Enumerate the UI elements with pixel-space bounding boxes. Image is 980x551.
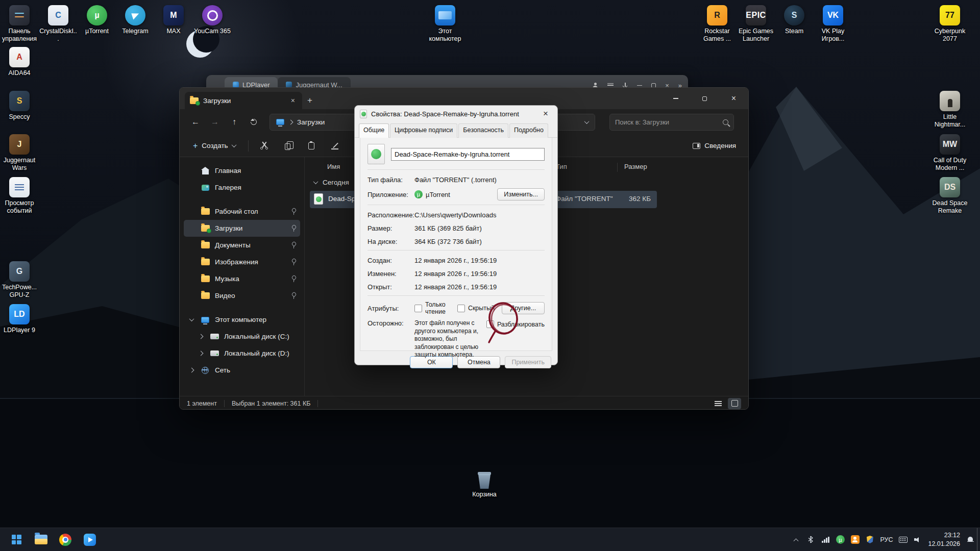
expand-chevron-icon[interactable] — [189, 368, 194, 373]
search-input[interactable] — [615, 118, 723, 126]
minimize-icon[interactable] — [637, 85, 642, 86]
column-header-name[interactable]: Имя — [327, 163, 340, 170]
sidebar-item-home[interactable]: Главная — [184, 162, 300, 179]
taskbar-explorer-button[interactable] — [31, 530, 51, 550]
back-button[interactable]: ← — [187, 114, 204, 130]
up-button[interactable]: ↑ — [226, 114, 243, 130]
network-tray-icon[interactable] — [821, 532, 830, 547]
tab-details[interactable]: Подробно — [509, 123, 548, 138]
search-icon — [723, 119, 728, 125]
taskbar-chrome-button[interactable] — [55, 530, 76, 550]
sidebar-item-network[interactable]: Сеть — [184, 362, 300, 379]
notification-center-button[interactable] — [966, 532, 975, 547]
desktop-icon-vk-play[interactable]: VK VK Play Игров... — [814, 5, 852, 43]
forward-button[interactable]: → — [206, 114, 224, 130]
sidebar-item-music[interactable]: Музыка — [184, 270, 300, 287]
bluetooth-tray-icon[interactable] — [806, 532, 815, 547]
network-icon — [202, 367, 209, 374]
desktop-icon-this-pc[interactable]: Этот компьютер — [426, 5, 464, 43]
sidebar-item-videos[interactable]: Видео — [184, 287, 300, 304]
touch-keyboard-button[interactable] — [898, 532, 908, 547]
unblock-checkbox[interactable] — [486, 320, 494, 328]
paste-button[interactable] — [302, 137, 321, 155]
search-box[interactable] — [609, 114, 734, 131]
sidebar-item-desktop[interactable]: Рабочий стол — [184, 203, 300, 220]
desktop-icon-call-of-duty[interactable]: MW Call of Duty Modern ... — [930, 134, 969, 172]
desktop-icon-event-viewer[interactable]: Просмотр событий — [0, 177, 39, 215]
desktop-icon-ldplayer[interactable]: LD LDPlayer 9 — [0, 304, 39, 334]
sidebar-item-documents[interactable]: Документы — [184, 237, 300, 254]
tab-digital-signatures[interactable]: Цифровые подписи — [390, 123, 457, 138]
expand-chevron-icon[interactable] — [199, 351, 204, 356]
desktop-icon-rockstar[interactable]: R Rockstar Games ... — [698, 5, 737, 43]
show-desktop-button[interactable] — [977, 528, 980, 551]
dialog-close-button[interactable]: × — [536, 106, 555, 121]
taskbar-ldplayer-button[interactable] — [80, 530, 100, 550]
dialog-titlebar[interactable]: Свойства: Dead-Space-Remake-by-Igruha.to… — [355, 106, 557, 122]
tab-close-icon[interactable]: × — [289, 96, 297, 105]
defender-tray-icon[interactable] — [865, 532, 874, 547]
sidebar-item-gallery[interactable]: Галерея — [184, 179, 300, 196]
breadcrumb-location[interactable]: Загрузки — [297, 118, 325, 126]
hidden-checkbox[interactable] — [457, 305, 465, 312]
sidebar-item-label: Локальный диск (D:) — [224, 349, 289, 357]
maximize-button[interactable] — [690, 88, 719, 109]
desktop-icon-label: MAX — [154, 28, 193, 35]
this-pc-icon — [276, 119, 284, 125]
details-view-button[interactable] — [712, 398, 725, 409]
copy-button[interactable] — [278, 137, 298, 155]
address-dropdown-icon[interactable] — [584, 119, 590, 124]
large-icons-view-button[interactable] — [728, 398, 741, 409]
start-button[interactable] — [6, 530, 27, 550]
filename-input[interactable] — [391, 148, 545, 161]
cut-button[interactable] — [255, 137, 274, 155]
desktop-icon-recycle-bin[interactable]: Корзина — [465, 472, 504, 498]
close-button[interactable]: × — [719, 88, 748, 109]
explorer-tab-downloads[interactable]: Загрузки × — [185, 92, 302, 109]
desktop-icon-utorrent[interactable]: µ µTorrent — [78, 5, 116, 35]
sidebar-item-disk-d[interactable]: Локальный диск (D:) — [193, 345, 300, 362]
change-app-button[interactable]: Изменить... — [497, 188, 545, 201]
sidebar-item-this-pc[interactable]: Этот компьютер — [184, 311, 300, 328]
desktop-icon-dead-space-remake[interactable]: DS Dead Space Remake — [930, 177, 969, 215]
desktop-icon-crystaldiskinfo[interactable]: C CrystalDiskI... — [39, 5, 78, 43]
tray-clock[interactable]: 23:12 12.01.2026 — [928, 532, 960, 547]
desktop-icon-steam[interactable]: S Steam — [775, 5, 814, 35]
field-label: Создан: — [368, 257, 414, 264]
utorrent-tray-icon[interactable]: µ — [836, 532, 845, 547]
readonly-checkbox[interactable] — [414, 305, 422, 312]
desktop-icon-speccy[interactable]: S Speccy — [0, 91, 39, 121]
explorer-sidebar: Главная Галерея Рабочий стол Загрузки До… — [180, 157, 305, 396]
desktop-icon-epic-games[interactable]: EPIC Epic Games Launcher — [737, 5, 775, 43]
sidebar-item-downloads[interactable]: Загрузки — [184, 220, 300, 237]
rename-button[interactable] — [325, 137, 345, 155]
desktop-icon-juggernaut-wars[interactable]: J Juggernaut Wars — [0, 134, 39, 172]
volume-button[interactable] — [913, 532, 922, 547]
sidebar-item-disk-c[interactable]: Локальный диск (C:) — [193, 328, 300, 345]
column-header-size[interactable]: Размер — [624, 163, 647, 170]
desktop-icon-telegram[interactable]: Telegram — [116, 5, 155, 35]
pin-icon — [291, 242, 296, 248]
expand-chevron-icon[interactable] — [199, 334, 204, 339]
desktop-icon-max[interactable]: M MAX — [154, 5, 193, 35]
ok-app-tray-icon[interactable] — [850, 532, 860, 547]
minimize-button[interactable] — [661, 88, 690, 109]
desktop-icon-aida64[interactable]: A AIDA64 — [0, 47, 39, 77]
language-indicator[interactable]: РУС — [880, 532, 893, 547]
desktop-icon-cyberpunk-2077[interactable]: 77 Cyberpunk 2077 — [930, 5, 969, 43]
sidebar-item-pictures[interactable]: Изображения — [184, 254, 300, 270]
windows-logo-icon — [12, 535, 21, 544]
details-toggle-button[interactable]: Сведения — [688, 138, 741, 153]
tab-security[interactable]: Безопасность — [458, 123, 508, 138]
desktop-icon-control-panel[interactable]: Панель управления — [0, 5, 39, 43]
tray-expand-button[interactable] — [791, 532, 800, 547]
desktop-icon-little-nightmares[interactable]: Little Nightmar... — [930, 91, 969, 129]
expand-chevron-icon[interactable] — [189, 316, 194, 321]
create-button[interactable]: + Создать — [187, 138, 242, 154]
desktop-icon-youcam[interactable]: YouCam 365 — [193, 5, 232, 35]
new-tab-button[interactable]: + — [302, 92, 317, 109]
tab-general[interactable]: Общие — [359, 123, 389, 138]
other-attributes-button[interactable]: Другие... — [502, 302, 545, 314]
refresh-button[interactable] — [245, 114, 262, 130]
desktop-icon-gpu-z[interactable]: G TechPowe... GPU-Z — [0, 261, 39, 299]
